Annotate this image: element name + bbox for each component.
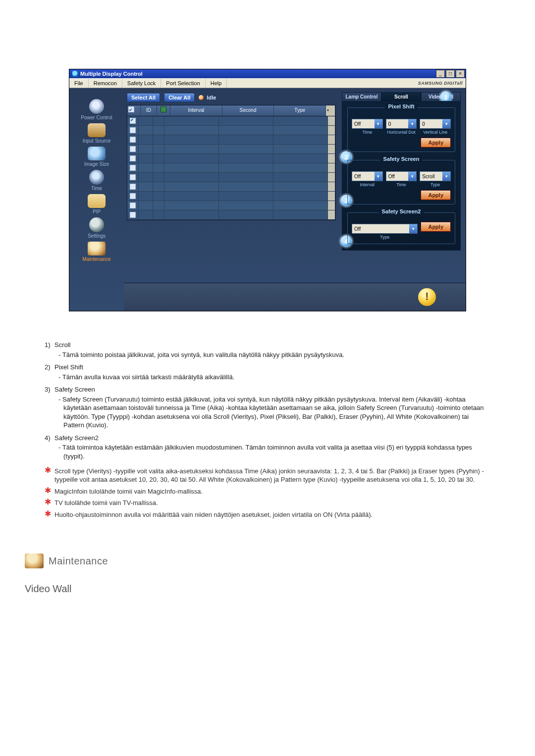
pip-icon xyxy=(88,194,106,208)
safety-interval-select[interactable]: Off ▾ xyxy=(352,171,383,181)
table-row[interactable] xyxy=(127,173,335,182)
safety-screen2-apply-button[interactable]: Apply xyxy=(421,222,451,232)
table-row[interactable] xyxy=(127,182,335,192)
clear-all-button[interactable]: Clear All xyxy=(164,93,195,102)
row-check-cell[interactable] xyxy=(127,135,139,144)
row-id-cell xyxy=(139,154,153,163)
table-row[interactable] xyxy=(127,163,335,173)
scrollbar-track[interactable] xyxy=(328,192,335,201)
row-check-cell[interactable] xyxy=(127,145,139,153)
menu-remocon[interactable]: Remocon xyxy=(89,79,122,88)
sidebar-item-power-control[interactable]: Power Control xyxy=(81,99,112,120)
select-all-button[interactable]: Select All xyxy=(127,93,160,102)
sidebar-item-settings[interactable]: Settings xyxy=(88,217,106,239)
row-id-cell xyxy=(139,163,153,172)
caption-vline: Vertical Line xyxy=(420,130,451,135)
settings-panel: Lamp Control Scroll Video Wall 1 2 3 4 P… xyxy=(339,88,466,281)
scrollbar-track[interactable] xyxy=(328,173,335,182)
checkbox-icon[interactable] xyxy=(130,202,136,208)
close-button[interactable]: × xyxy=(456,70,465,78)
row-interval-cell xyxy=(164,182,219,191)
scrollbar-track[interactable] xyxy=(328,163,335,172)
row-check-cell[interactable] xyxy=(127,182,139,191)
idle-label: Idle xyxy=(207,95,216,101)
row-check-cell[interactable] xyxy=(127,126,139,135)
table-row[interactable] xyxy=(127,210,335,220)
list-item-4: 4)Safety Screen2 - Tätä toimintoa käytet… xyxy=(45,434,490,461)
row-type-cell xyxy=(273,135,328,144)
row-type-cell xyxy=(273,182,328,191)
table-row[interactable] xyxy=(127,154,335,163)
menu-file[interactable]: File xyxy=(69,79,89,88)
caption-hdot: Horizontal Dot xyxy=(386,130,417,135)
scrollbar-track[interactable] xyxy=(328,201,335,210)
pixel-shift-hdot-select[interactable]: 0 ▾ xyxy=(386,119,417,129)
safety2-type-select[interactable]: Off ▾ xyxy=(352,224,418,234)
row-status-cell xyxy=(153,173,164,182)
row-status-cell xyxy=(153,201,164,210)
row-type-cell xyxy=(273,201,328,210)
select-value: Off xyxy=(354,121,361,127)
checkbox-icon[interactable] xyxy=(130,212,136,218)
scrollbar-track[interactable] xyxy=(328,126,335,135)
menu-safety-lock[interactable]: Safety Lock xyxy=(122,79,161,88)
row-check-cell[interactable] xyxy=(127,192,139,201)
scrollbar-track[interactable] xyxy=(328,116,335,125)
row-check-cell[interactable] xyxy=(127,154,139,163)
menu-help[interactable]: Help xyxy=(206,79,227,88)
checkbox-icon[interactable] xyxy=(130,146,136,152)
checkbox-icon[interactable] xyxy=(130,137,136,143)
image-size-icon xyxy=(88,147,106,160)
sidebar-item-image-size[interactable]: Image Size xyxy=(84,147,109,167)
row-check-cell[interactable] xyxy=(127,210,139,219)
maximize-button[interactable]: □ xyxy=(446,70,455,78)
safety-screen-apply-button[interactable]: Apply xyxy=(421,190,451,200)
pixel-shift-time-select[interactable]: Off ▾ xyxy=(352,119,383,129)
pixel-shift-vline-select[interactable]: 0 ▾ xyxy=(420,119,451,129)
table-row[interactable] xyxy=(127,135,335,145)
list-item-1: 1)Scroll - Tämä toiminto poistaa jälkiku… xyxy=(45,341,490,359)
scrollbar-track[interactable] xyxy=(328,154,335,163)
row-check-cell[interactable] xyxy=(127,163,139,172)
scrollbar-track[interactable] xyxy=(328,210,335,219)
scroll-up-button[interactable] xyxy=(326,105,335,116)
brand-label: SAMSUNG DIGITall xyxy=(418,81,463,86)
row-check-cell[interactable] xyxy=(127,116,139,125)
checkbox-icon[interactable] xyxy=(130,165,136,171)
checkbox-icon[interactable] xyxy=(130,127,136,133)
tab-scroll[interactable]: Scroll xyxy=(381,92,421,101)
scrollbar-track[interactable] xyxy=(328,145,335,153)
safety-time-select[interactable]: Off ▾ xyxy=(386,171,417,181)
table-row[interactable] xyxy=(127,201,335,210)
row-type-cell xyxy=(273,192,328,201)
sidebar-item-label: Maintenance xyxy=(82,256,110,262)
caption-type: Type xyxy=(352,235,418,240)
minimize-button[interactable]: _ xyxy=(436,70,445,78)
checkbox-icon[interactable] xyxy=(130,184,136,190)
safety-type-select[interactable]: Scroll ▾ xyxy=(420,171,451,181)
table-row[interactable] xyxy=(127,126,335,135)
scrollbar-track[interactable] xyxy=(328,135,335,144)
table-row[interactable] xyxy=(127,192,335,201)
check-all-icon[interactable] xyxy=(128,106,134,112)
sidebar-item-pip[interactable]: PIP xyxy=(88,194,106,214)
row-type-cell xyxy=(273,116,328,125)
checkbox-icon[interactable] xyxy=(130,118,136,124)
chevron-down-icon: ▾ xyxy=(442,172,450,181)
table-row[interactable] xyxy=(127,145,335,154)
row-check-cell[interactable] xyxy=(127,201,139,210)
row-check-cell[interactable] xyxy=(127,173,139,182)
pixel-shift-apply-button[interactable]: Apply xyxy=(421,138,451,148)
power-icon xyxy=(89,99,104,114)
checkbox-icon[interactable] xyxy=(130,193,136,199)
tab-lamp-control[interactable]: Lamp Control xyxy=(342,92,381,101)
sidebar-item-maintenance[interactable]: Maintenance xyxy=(82,242,110,262)
checkbox-icon[interactable] xyxy=(130,155,136,161)
scrollbar-track[interactable] xyxy=(328,182,335,191)
menu-port-selection[interactable]: Port Selection xyxy=(161,79,205,88)
sidebar-item-input-source[interactable]: Input Source xyxy=(83,123,111,144)
checkbox-icon[interactable] xyxy=(130,174,136,180)
fieldset-pixel-shift: Pixel Shift Off ▾ Time xyxy=(347,107,455,152)
sidebar-item-time[interactable]: Time xyxy=(89,170,104,191)
table-row[interactable] xyxy=(127,116,335,126)
